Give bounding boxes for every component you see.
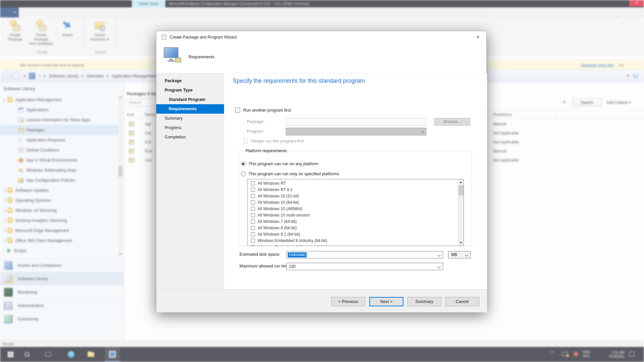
folder-tools-tab[interactable]: Folder Tools (132, 0, 165, 7)
run-time-combo[interactable]: 120 (286, 263, 443, 270)
configmgr-taskbar-button[interactable] (105, 347, 120, 362)
workspace-administration[interactable]: Administration (0, 299, 124, 312)
tree-item-applications[interactable]: Applications (0, 105, 118, 115)
next-button[interactable]: Next > (369, 297, 404, 306)
breadcrumb-item-software-library[interactable]: Software Library (49, 74, 78, 78)
tree-item-windows-sideloading-keys[interactable]: Windows Sideloading Keys (0, 165, 118, 175)
platform-checkbox[interactable] (251, 200, 255, 204)
run-another-program-checkbox[interactable] (235, 108, 240, 113)
expand-arrow-icon[interactable] (1, 99, 7, 101)
tree-item-application-management[interactable]: Application Management (0, 95, 118, 105)
platform-checkbox[interactable] (251, 226, 255, 230)
breadcrumb-overflow-icon[interactable] (627, 75, 630, 77)
scroll-up-icon[interactable] (118, 95, 123, 100)
summary-button[interactable]: Summary (407, 297, 441, 306)
platform-item-all-windows-8-64-bit[interactable]: All Windows 8 (64-bit) (251, 225, 458, 231)
package-input[interactable] (286, 118, 426, 125)
tree-item-operating-systems[interactable]: Operating Systems (0, 195, 118, 205)
breadcrumb-root[interactable]: \ (40, 74, 41, 78)
action-center-icon[interactable] (629, 352, 634, 357)
expand-arrow-icon[interactable] (1, 220, 7, 222)
language-indicator[interactable]: ENGINTL (583, 350, 590, 358)
platform-checkbox[interactable] (251, 239, 255, 243)
breadcrumb-item-application-management[interactable]: Application Management (112, 74, 156, 78)
listbox-scrollbar[interactable] (458, 179, 464, 246)
workspace-monitoring[interactable]: Monitoring (0, 285, 124, 299)
platform-item-all-windows-10-multi-session[interactable]: All Windows 10 multi-session (251, 212, 458, 218)
column-name[interactable]: Name (145, 112, 156, 117)
tree-item-global-conditions[interactable]: ✕Global Conditions (0, 145, 118, 155)
platform-checkbox[interactable] (251, 181, 255, 185)
expand-arrow-icon[interactable] (1, 209, 7, 212)
platform-checkbox[interactable] (251, 220, 255, 224)
tree-item-packages[interactable]: Packages (0, 125, 118, 135)
tree-item-license-information-for-store-apps[interactable]: License Information for Store Apps (0, 115, 118, 125)
scroll-up-icon[interactable] (458, 179, 464, 185)
expand-arrow-icon[interactable] (1, 189, 7, 191)
workspace-community[interactable]: Community (0, 312, 124, 325)
platform-item-all-windows-10-arm64[interactable]: All Windows 10 (ARM64) (251, 205, 458, 212)
tree-item-office-365-client-management[interactable]: Office 365 Client Management (0, 236, 118, 246)
search-button[interactable]: Search (572, 99, 602, 107)
previous-button[interactable]: < Previous (331, 297, 365, 306)
tree-item-desktop-analytics-servicing[interactable]: Desktop Analytics Servicing (0, 216, 118, 226)
browse-button[interactable]: Browse... (434, 118, 470, 126)
create-package-from-definition-button[interactable]: Create Package from Definition (28, 19, 54, 46)
tree-item-windows-10-servicing[interactable]: Windows 10 Servicing (0, 205, 118, 216)
tray-expand-icon[interactable] (550, 351, 554, 355)
platform-checkbox[interactable] (251, 213, 255, 217)
tree-item-app-v-virtual-environments[interactable]: App-V Virtual Environments (0, 155, 118, 165)
platform-checkbox[interactable] (251, 194, 255, 198)
import-button[interactable]: Import (54, 19, 80, 46)
platform-checkbox[interactable] (251, 188, 255, 192)
start-button[interactable] (3, 347, 18, 362)
platform-checkbox[interactable] (251, 245, 255, 246)
tree-item-scripts[interactable]: Scripts (0, 246, 118, 256)
disk-unit-combo[interactable]: MB (448, 251, 471, 258)
scroll-down-icon[interactable] (458, 240, 464, 246)
history-dropdown-icon[interactable] (23, 75, 26, 77)
platform-item-all-windows-10-64-bit[interactable]: All Windows 10 (64-bit) (251, 199, 458, 205)
saved-searches-button[interactable]: Saved Searches (87, 19, 113, 42)
network-tray-icon[interactable] (562, 352, 568, 356)
platform-item-all-windows-rt[interactable]: All Windows RT (251, 180, 458, 186)
tree-item-app-configuration-policies[interactable]: App Configuration Policies (0, 175, 118, 185)
column-icon[interactable]: Icon (127, 112, 135, 117)
disk-space-combo[interactable]: Unknown (286, 251, 443, 258)
tree-item-microsoft-edge-management[interactable]: Microsoft Edge Management (0, 226, 118, 236)
expand-arrow-icon[interactable] (1, 199, 7, 201)
window-close-button[interactable]: ✕ (629, 0, 644, 6)
expand-arrow-icon[interactable] (1, 230, 7, 232)
edge-taskbar-button[interactable] (63, 347, 78, 362)
platform-item-all-windows-8-1-64-bit[interactable]: All Windows 8.1 (64-bit) (251, 231, 458, 238)
recording-tray-icon[interactable] (574, 352, 578, 356)
back-button[interactable]: ← (3, 72, 11, 80)
always-run-checkbox[interactable] (243, 139, 248, 143)
column-readiness[interactable]: Readiness (493, 112, 512, 117)
task-view-button[interactable] (40, 347, 56, 362)
program-dropdown[interactable] (286, 128, 426, 135)
platform-listbox[interactable]: All Windows RTAll Windows RT 8.1All Wind… (247, 179, 464, 246)
workspace-software-library[interactable]: Software Library (0, 272, 124, 285)
clear-search-icon[interactable]: × (563, 99, 566, 105)
app-menu-button[interactable] (0, 7, 19, 17)
expand-arrow-icon[interactable] (1, 240, 7, 242)
dialog-close-button[interactable]: × (473, 34, 483, 41)
platform-checkbox[interactable] (251, 232, 255, 236)
refresh-icon[interactable] (633, 73, 638, 78)
scrollbar-thumb[interactable] (118, 166, 122, 177)
platform-item-windows-embedded-8-standard-64-bit[interactable]: Windows Embedded 8 Standard (64-bit) (251, 244, 458, 246)
taskbar-search-button[interactable] (19, 347, 35, 362)
add-criteria-dropdown[interactable]: Add Criteria (606, 99, 631, 107)
upgrade-site-link[interactable]: Upgrade your site (581, 60, 614, 70)
taskbar-clock[interactable]: 1:01 AM5/19/2021 (596, 350, 625, 358)
any-platform-radio[interactable] (241, 162, 246, 166)
breadcrumb-item-overview[interactable]: Overview (87, 74, 104, 78)
scroll-down-icon[interactable] (118, 252, 123, 256)
file-explorer-button[interactable] (83, 347, 99, 362)
forward-button[interactable]: → (12, 72, 20, 80)
scrollbar-thumb[interactable] (459, 185, 464, 195)
workspace-assets-and-compliance[interactable]: Assets and Compliance (0, 258, 124, 272)
platform-checkbox[interactable] (251, 207, 255, 211)
create-package-button[interactable]: Create Package (2, 19, 28, 46)
